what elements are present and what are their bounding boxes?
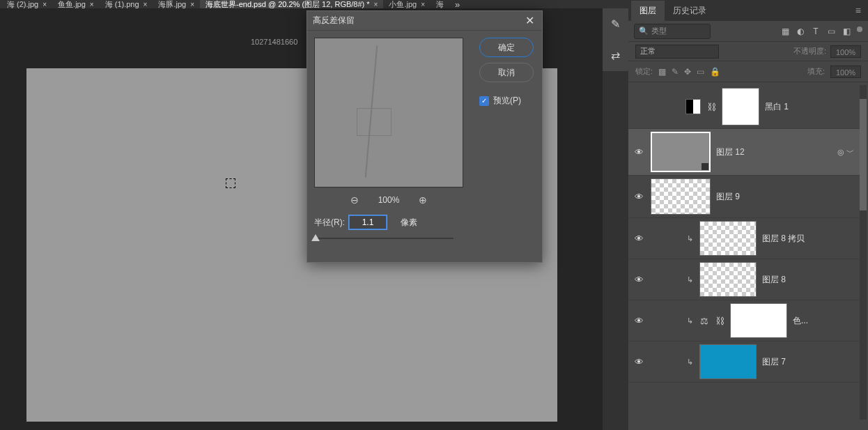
layer-name: 黑白 1	[765, 101, 789, 113]
tab-close-icon[interactable]: ×	[42, 1, 47, 8]
layer-thumb[interactable]	[699, 221, 757, 256]
filter-placeholder: 类型	[651, 26, 667, 36]
right-panels: 图层 历史记录 ≡ 🔍 类型 ▦ ◐ T ▭ ◧ 正常 不透明度: 100% 锁…	[628, 0, 868, 430]
lock-row: 锁定: ▩ ✎ ✥ ▭ 🔒 填充: 100%	[628, 61, 868, 82]
visibility-toggle-icon[interactable]: 👁	[633, 147, 645, 158]
zoom-in-icon[interactable]: ⊕	[419, 194, 427, 206]
filter-preview[interactable]	[314, 38, 463, 187]
preview-detail	[357, 108, 392, 136]
scrollbar-thumb[interactable]	[860, 99, 867, 210]
layer-name: 图层 7	[762, 356, 786, 368]
dialog-button-column: 确定 取消 ✓ 预览(P)	[479, 38, 534, 107]
zoom-controls: ⊖ 100% ⊕	[314, 194, 463, 206]
layer-row[interactable]: 👁 ↳ 图层 8	[628, 259, 860, 300]
radius-row: 半径(R): 像素	[314, 215, 474, 229]
visibility-toggle-icon[interactable]: 👁	[633, 275, 645, 285]
preview-checkbox-label: 预览(P)	[493, 95, 521, 107]
layers-tab[interactable]: 图层	[631, 1, 665, 21]
filter-adjustment-icon[interactable]: ◐	[796, 26, 805, 36]
smart-object-badge-icon	[702, 163, 708, 170]
tool-presets-icon[interactable]: ⇄	[611, 49, 620, 62]
doc-tab-2[interactable]: 海 (1).png×	[100, 0, 153, 8]
layer-thumb[interactable]	[699, 344, 757, 379]
search-icon: 🔍	[639, 26, 649, 36]
tab-close-icon[interactable]: ×	[90, 1, 94, 8]
ok-button[interactable]: 确定	[479, 38, 534, 57]
lock-transparent-icon[interactable]: ▩	[658, 67, 666, 77]
tab-close-icon[interactable]: ×	[374, 1, 378, 8]
mask-thumb[interactable]	[730, 303, 787, 338]
dialog-close-icon[interactable]: ✕	[522, 14, 536, 27]
dialog-titlebar[interactable]: 高反差保留 ✕	[307, 11, 542, 31]
filter-type-icons: ▦ ◐ T ▭ ◧	[780, 26, 862, 36]
visibility-toggle-icon[interactable]: 👁	[633, 357, 645, 367]
doc-tab-3[interactable]: 海豚.jpg×	[153, 0, 200, 8]
link-icon[interactable]: ⛓	[715, 316, 724, 326]
visibility-toggle-icon[interactable]: 👁	[633, 233, 645, 244]
panel-tabs: 图层 历史记录 ≡	[628, 0, 868, 21]
lock-position-icon[interactable]: ✥	[684, 67, 691, 77]
layers-list: ⛓ 黑白 1 👁 图层 12 ◎ ﹀ 👁 图层 9 👁 ↳ 图层 8 拷贝 👁 …	[628, 85, 860, 430]
checkbox-checked-icon[interactable]: ✓	[479, 96, 489, 106]
doc-tab-5[interactable]: 小鱼.jpg×	[383, 0, 431, 8]
link-icon[interactable]: ⛓	[706, 102, 716, 112]
preview-checkbox-row[interactable]: ✓ 预览(P)	[479, 95, 521, 107]
mask-thumb[interactable]	[722, 88, 759, 125]
opacity-value[interactable]: 100%	[830, 45, 861, 58]
slider-thumb[interactable]	[311, 234, 320, 241]
blend-mode-row: 正常 不透明度: 100%	[628, 42, 868, 61]
clip-indicator-icon: ↳	[685, 234, 694, 243]
layer-thumb[interactable]	[699, 262, 757, 297]
filter-toggle-icon[interactable]	[857, 26, 862, 32]
radius-input[interactable]	[349, 215, 387, 229]
history-tab[interactable]: 历史记录	[665, 1, 715, 21]
layer-filter-select[interactable]: 🔍 类型	[634, 24, 711, 39]
layer-name: 图层 8	[762, 274, 786, 286]
filter-shape-icon[interactable]: ▭	[826, 26, 836, 36]
tab-close-icon[interactable]: ×	[144, 1, 148, 8]
doc-tab-0[interactable]: 海 (2).jpg×	[1, 0, 52, 8]
filter-type-icon[interactable]: T	[811, 26, 821, 36]
layer-row-selected[interactable]: 👁 图层 12 ◎ ﹀	[628, 129, 860, 176]
lock-all-icon[interactable]: 🔒	[710, 67, 720, 77]
selection-marquee[interactable]	[226, 178, 235, 188]
collapsed-panel-strip: ✎ ⇄	[603, 8, 628, 71]
dialog-title: 高反差保留	[313, 15, 355, 26]
layer-name: 图层 9	[716, 191, 740, 203]
layer-name: 图层 12	[716, 146, 745, 158]
layers-scrollbar[interactable]	[860, 85, 867, 420]
clip-indicator-icon: ↳	[685, 316, 694, 325]
lock-pixels-icon[interactable]: ✎	[672, 67, 679, 77]
filter-smart-icon[interactable]: ◧	[842, 26, 851, 36]
blend-mode-select[interactable]: 正常	[635, 45, 719, 59]
layer-row[interactable]: 👁 图层 9	[628, 176, 860, 218]
tab-close-icon[interactable]: ×	[421, 1, 425, 8]
tab-close-icon[interactable]: ×	[190, 1, 194, 8]
smart-filter-indicator[interactable]: ◎ ﹀	[837, 147, 854, 158]
layer-row[interactable]: 👁 ↳ ⚖ ⛓ 色...	[628, 300, 860, 341]
layer-row[interactable]: 👁 ↳ 图层 8 拷贝	[628, 218, 860, 259]
preview-image	[315, 38, 463, 187]
doc-tab-4[interactable]: 海底世界-end.psd @ 20.2% (图层 12, RGB/8#) *×	[200, 0, 383, 8]
doc-tab-1[interactable]: 鱼鱼.jpg×	[52, 0, 100, 8]
filter-pixel-icon[interactable]: ▦	[780, 26, 790, 36]
panel-menu-icon[interactable]: ≡	[855, 5, 861, 16]
layer-name: 图层 8 拷贝	[762, 233, 805, 245]
cancel-button[interactable]: 取消	[479, 63, 534, 82]
high-pass-dialog: 高反差保留 ✕ ⊖ 100% ⊕ 半径(R): 像素 确定 取消 ✓	[307, 10, 543, 263]
zoom-out-icon[interactable]: ⊖	[350, 194, 359, 206]
lock-artboard-icon[interactable]: ▭	[697, 67, 704, 77]
opacity-label: 不透明度:	[793, 46, 826, 56]
layer-name: 色...	[793, 315, 808, 327]
adjustment-thumb[interactable]	[685, 99, 701, 114]
layer-thumb[interactable]	[651, 178, 711, 215]
brush-presets-icon[interactable]: ✎	[611, 17, 620, 31]
layer-row[interactable]: ⛓ 黑白 1	[628, 85, 860, 129]
visibility-toggle-icon[interactable]: 👁	[633, 316, 645, 326]
radius-slider[interactable]	[314, 238, 454, 239]
fill-value[interactable]: 100%	[830, 66, 861, 78]
doc-tab-6[interactable]: 海	[431, 0, 449, 8]
visibility-toggle-icon[interactable]: 👁	[633, 192, 645, 202]
layer-row[interactable]: 👁 ↳ 图层 7	[628, 341, 860, 383]
layer-thumb[interactable]	[651, 132, 711, 172]
